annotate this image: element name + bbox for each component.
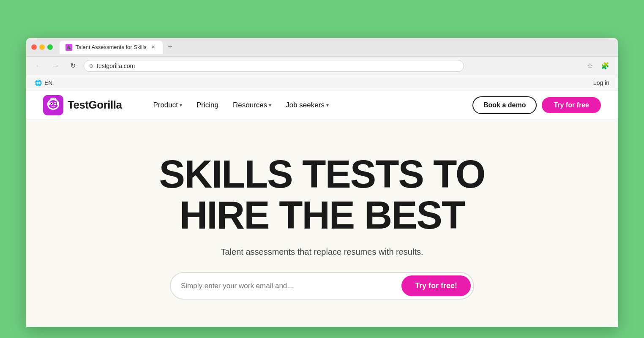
close-button[interactable] [31,44,37,50]
address-right-controls: ☆ 🧩 [584,60,611,72]
hero-subtitle: Talent assessments that replace resumes … [221,247,423,257]
extensions-icon[interactable]: 🧩 [599,60,611,72]
book-demo-button[interactable]: Book a demo [472,96,537,114]
resources-label: Resources [233,101,267,109]
hero-cta-button[interactable]: Try for free! [401,275,471,296]
browser-tab[interactable]: 🦍 Talent Assessments for Skills ✕ [60,41,163,54]
svg-point-7 [47,102,50,105]
try-free-button[interactable]: Try for free [542,97,601,113]
nav-links: Product ▾ Pricing Resources ▾ Job seeker… [147,98,335,113]
bookmark-icon[interactable]: ☆ [584,60,596,72]
globe-icon: 🌐 [35,79,42,86]
url-bar[interactable]: ⊙ testgorilla.com [84,60,464,72]
lang-bar: 🌐 EN Log in [26,75,618,90]
maximize-button[interactable] [47,44,53,50]
forward-button[interactable]: → [50,60,62,72]
lang-label: EN [44,79,52,86]
product-label: Product [153,101,178,109]
tab-bar: 🦍 Talent Assessments for Skills ✕ + [60,41,613,54]
tab-title: Talent Assessments for Skills [76,44,147,50]
job-seekers-label: Job seekers [286,101,325,109]
url-text: testgorilla.com [97,63,135,69]
resources-chevron-icon: ▾ [269,102,271,108]
lang-selector[interactable]: 🌐 EN [35,79,52,86]
svg-point-8 [57,102,59,105]
minimize-button[interactable] [39,44,45,50]
secure-icon: ⊙ [89,63,93,69]
site-nav: TestGorilla Product ▾ Pricing Resources … [26,90,618,120]
browser-window: 🦍 Talent Assessments for Skills ✕ + ← → … [26,38,618,327]
hero-email-input[interactable] [181,282,396,290]
pricing-label: Pricing [196,101,218,109]
back-button[interactable]: ← [33,60,45,72]
hero-section: SKILLS TESTS TO HIRE THE BEST Talent ass… [26,120,618,325]
logo-icon [43,95,63,115]
hero-title: SKILLS TESTS TO HIRE THE BEST [159,154,485,235]
login-link[interactable]: Log in [593,79,609,86]
tab-close-icon[interactable]: ✕ [150,44,157,51]
svg-point-6 [55,103,56,104]
job-seekers-chevron-icon: ▾ [326,102,329,108]
nav-job-seekers[interactable]: Job seekers ▾ [280,98,335,113]
refresh-button[interactable]: ↻ [67,60,79,72]
title-bar: 🦍 Talent Assessments for Skills ✕ + [26,38,618,57]
new-tab-button[interactable]: + [164,41,176,53]
website-content: TestGorilla Product ▾ Pricing Resources … [26,90,618,327]
tab-favicon: 🦍 [65,44,72,51]
logo-link[interactable]: TestGorilla [43,95,122,115]
svg-point-2 [49,100,58,109]
logo-text: TestGorilla [68,98,122,112]
nav-pricing[interactable]: Pricing [191,98,224,113]
nav-product[interactable]: Product ▾ [147,98,188,113]
hero-email-form: Try for free! [170,272,474,300]
traffic-lights [31,44,53,50]
nav-resources[interactable]: Resources ▾ [227,98,277,113]
svg-point-5 [51,103,52,104]
product-chevron-icon: ▾ [180,102,182,108]
address-bar: ← → ↻ ⊙ testgorilla.com ☆ 🧩 [26,57,618,75]
nav-actions: Book a demo Try for free [472,96,601,114]
